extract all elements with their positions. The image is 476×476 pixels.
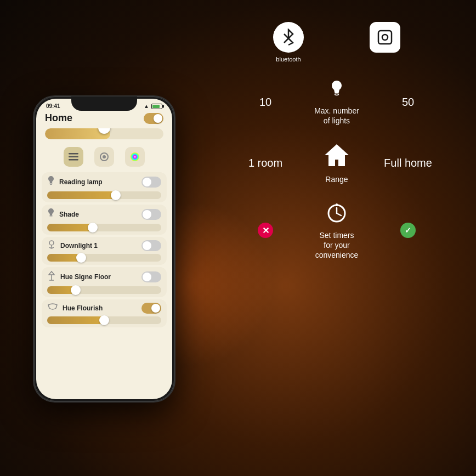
light-name: Shade — [59, 211, 79, 218]
feature-lights-center: Max. numberof lights — [293, 79, 381, 126]
tab-bar — [36, 144, 172, 170]
light-toggle[interactable] — [141, 303, 161, 314]
bridge-icon-bg — [370, 22, 400, 53]
home-brightness-bar[interactable] — [45, 128, 163, 139]
list-item: Hue Flourish — [42, 299, 167, 327]
range-right-value: Full home — [381, 157, 435, 169]
light-toggle[interactable] — [141, 240, 161, 251]
light-name: Downlight 1 — [60, 242, 98, 250]
svg-line-16 — [284, 38, 288, 43]
feature-row-timers: ✕ Set timersfor yourconvenience ✓ — [214, 201, 460, 260]
svg-rect-2 — [69, 159, 78, 161]
range-feature-label: Range — [325, 174, 348, 184]
svg-rect-6 — [50, 183, 53, 184]
svg-rect-17 — [378, 31, 392, 44]
tab-colors[interactable] — [125, 147, 145, 167]
timers-feature-label: Set timersfor yourconvenience — [315, 230, 359, 260]
main-scene: 09:41 ▲ Home — [0, 0, 476, 476]
light-row: Reading lamp — [47, 175, 161, 189]
check-icon: ✓ — [400, 223, 416, 238]
bridge-col — [370, 22, 400, 63]
house-feature-icon — [323, 142, 350, 171]
light-name: Reading lamp — [59, 178, 103, 186]
home-toggle[interactable] — [144, 113, 163, 124]
home-title: Home — [45, 112, 72, 124]
battery-icon — [151, 104, 162, 109]
svg-rect-1 — [69, 156, 78, 158]
svg-rect-19 — [335, 92, 339, 94]
bulb-feature-icon — [329, 79, 344, 103]
list-item: Hue Signe Floor — [42, 267, 167, 297]
svg-point-5 — [131, 152, 139, 161]
bulb-icon — [47, 208, 55, 221]
svg-point-4 — [103, 155, 106, 158]
phone-section: 09:41 ▲ Home — [0, 0, 208, 476]
phone-mockup: 09:41 ▲ Home — [33, 95, 175, 403]
lights-right-value: 50 — [381, 96, 435, 109]
range-left-value: 1 room — [238, 157, 293, 169]
light-name: Hue Flourish — [63, 304, 103, 312]
lights-left-value: 10 — [238, 96, 293, 109]
feature-range-center: Range — [293, 142, 381, 184]
list-item: Reading lamp — [42, 172, 167, 202]
signal-icon: ▲ — [144, 103, 149, 109]
status-time: 09:41 — [46, 103, 60, 109]
list-item: Downlight 1 — [42, 237, 167, 265]
svg-line-22 — [337, 213, 341, 216]
status-right: ▲ — [144, 103, 162, 109]
timers-left-value: ✕ — [238, 223, 293, 238]
floor-lamp-icon — [47, 270, 56, 284]
svg-point-8 — [49, 241, 54, 245]
phone-screen: 09:41 ▲ Home — [36, 99, 172, 399]
lights-feature-label: Max. numberof lights — [314, 106, 359, 126]
light-toggle[interactable] — [141, 177, 161, 188]
bluetooth-label: bluetooth — [276, 56, 301, 63]
svg-rect-23 — [336, 203, 338, 206]
light-toggle[interactable] — [141, 209, 161, 220]
tab-list[interactable] — [64, 147, 83, 167]
timers-right-value: ✓ — [381, 223, 435, 238]
feature-timers-center: Set timersfor yourconvenience — [293, 201, 381, 260]
light-list: Reading lamp — [36, 170, 172, 330]
bulb-icon — [47, 175, 55, 189]
top-icons-row: bluetooth — [214, 22, 460, 63]
bluetooth-icon-bg — [273, 22, 304, 53]
light-toggle[interactable] — [141, 271, 161, 282]
clock-feature-icon — [326, 201, 348, 227]
tab-scenes[interactable] — [94, 147, 114, 167]
phone-notch — [71, 97, 137, 111]
feature-row-range: 1 room Range Full home — [214, 142, 460, 184]
feature-row-lights: 10 Max. numberof lights 50 — [214, 79, 460, 126]
home-header: Home — [36, 110, 172, 127]
light-name: Hue Signe Floor — [60, 273, 111, 281]
x-icon: ✕ — [258, 223, 273, 238]
ceiling-lamp-icon — [47, 303, 58, 314]
features-section: bluetooth 10 — [208, 0, 476, 476]
svg-point-18 — [382, 35, 388, 40]
list-item: Shade — [42, 205, 167, 235]
svg-rect-7 — [50, 215, 53, 216]
bluetooth-col: bluetooth — [273, 22, 304, 63]
downlight-icon — [47, 240, 56, 251]
svg-rect-0 — [69, 153, 78, 155]
